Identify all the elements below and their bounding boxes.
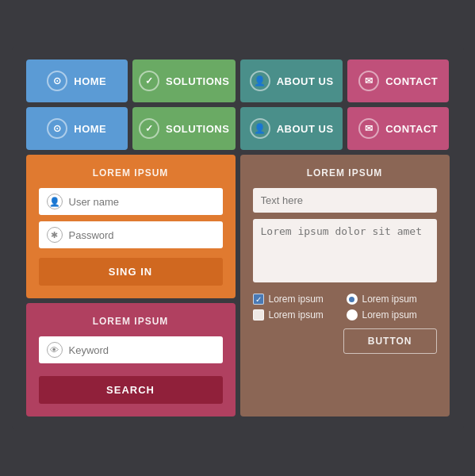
- home-icon-2: ⊙: [47, 118, 67, 139]
- nav-home-2[interactable]: ⊙ HOME: [26, 107, 128, 150]
- password-icon: ✱: [47, 227, 63, 243]
- password-wrap: ✱: [39, 221, 223, 248]
- solutions-icon-2: ✓: [139, 118, 159, 139]
- checkboxes-row: Lorem ipsum Lorem ipsum Lorem ipsum Lore…: [253, 294, 437, 321]
- search-panel: LOREM IPSUM 👁 SEARCH: [26, 303, 236, 416]
- contact-icon: ✉: [358, 71, 379, 91]
- solutions-icon: ✓: [139, 71, 159, 91]
- nav-contact-1-label: CONTACT: [385, 75, 438, 87]
- password-input[interactable]: [69, 229, 215, 241]
- nav-home-2-label: HOME: [74, 123, 106, 135]
- home-icon: ⊙: [47, 71, 67, 91]
- nav-aboutus-2[interactable]: 👤 ABOUT US: [240, 107, 343, 150]
- checkbox-2[interactable]: [253, 309, 264, 321]
- nav-home-1[interactable]: ⊙ HOME: [26, 60, 128, 102]
- nav-solutions-1[interactable]: ✓ SOLUTIONS: [132, 60, 236, 102]
- form-text-input[interactable]: [253, 188, 437, 213]
- username-input[interactable]: [69, 196, 215, 208]
- contact-icon-2: ✉: [358, 118, 379, 139]
- username-wrap: 👤: [39, 188, 223, 215]
- radio-2-item: Lorem ipsum: [347, 309, 437, 321]
- nav-contact-1[interactable]: ✉ CONTACT: [347, 60, 450, 102]
- nav-contact-2-label: CONTACT: [385, 123, 438, 135]
- radio-2-label: Lorem ipsum: [362, 309, 417, 321]
- radio-1-item: Lorem ipsum: [347, 294, 437, 305]
- nav-aboutus-1[interactable]: 👤 ABOUT US: [240, 60, 343, 102]
- radio-1-label: Lorem ipsum: [362, 294, 417, 305]
- signin-button[interactable]: SING IN: [39, 258, 223, 286]
- search-button[interactable]: SEARCH: [39, 376, 223, 404]
- nav-row-1: ⊙ HOME ✓ SOLUTIONS 👤 ABOUT US ✉ CONTACT: [26, 60, 450, 102]
- checkbox-2-label: Lorem ipsum: [269, 309, 324, 321]
- login-title: LOREM IPSUM: [39, 167, 223, 178]
- nav-solutions-2[interactable]: ✓ SOLUTIONS: [132, 107, 236, 150]
- radio-1[interactable]: [347, 294, 358, 305]
- nav-solutions-2-label: SOLUTIONS: [166, 123, 229, 135]
- radio-2[interactable]: [347, 309, 358, 321]
- nav-home-1-label: HOME: [74, 75, 106, 87]
- checkbox-1[interactable]: [253, 294, 264, 305]
- user-icon: 👤: [47, 194, 63, 209]
- keyword-input[interactable]: [69, 344, 215, 356]
- form-btn-row: BUTTON: [253, 328, 437, 354]
- nav-aboutus-1-label: ABOUT US: [277, 75, 334, 87]
- form-title: LOREM IPSUM: [253, 167, 437, 178]
- main-container: ⊙ HOME ✓ SOLUTIONS 👤 ABOUT US ✉ CONTACT …: [12, 45, 464, 431]
- keyword-icon: 👁: [47, 342, 63, 358]
- nav-contact-2[interactable]: ✉ CONTACT: [347, 107, 450, 150]
- keyword-wrap: 👁: [39, 336, 223, 363]
- checkbox-2-item: Lorem ipsum: [253, 309, 343, 321]
- nav-aboutus-2-label: ABOUT US: [277, 123, 334, 135]
- search-title: LOREM IPSUM: [39, 316, 223, 327]
- panels-row: LOREM IPSUM 👤 ✱ SING IN LOREM IPSUM 👁: [26, 155, 450, 416]
- left-panels: LOREM IPSUM 👤 ✱ SING IN LOREM IPSUM 👁: [26, 155, 236, 416]
- form-panel: LOREM IPSUM Lorem ipsum Lorem ipsum Lore…: [240, 155, 450, 416]
- nav-row-2: ⊙ HOME ✓ SOLUTIONS 👤 ABOUT US ✉ CONTACT: [26, 107, 450, 150]
- checkbox-1-item: Lorem ipsum: [253, 294, 343, 305]
- login-panel: LOREM IPSUM 👤 ✱ SING IN: [26, 155, 236, 298]
- nav-solutions-1-label: SOLUTIONS: [166, 75, 229, 87]
- aboutus-icon: 👤: [250, 71, 270, 91]
- aboutus-icon-2: 👤: [250, 118, 270, 139]
- form-button[interactable]: BUTTON: [343, 328, 437, 354]
- checkbox-1-label: Lorem ipsum: [269, 294, 324, 305]
- form-textarea[interactable]: [253, 219, 437, 282]
